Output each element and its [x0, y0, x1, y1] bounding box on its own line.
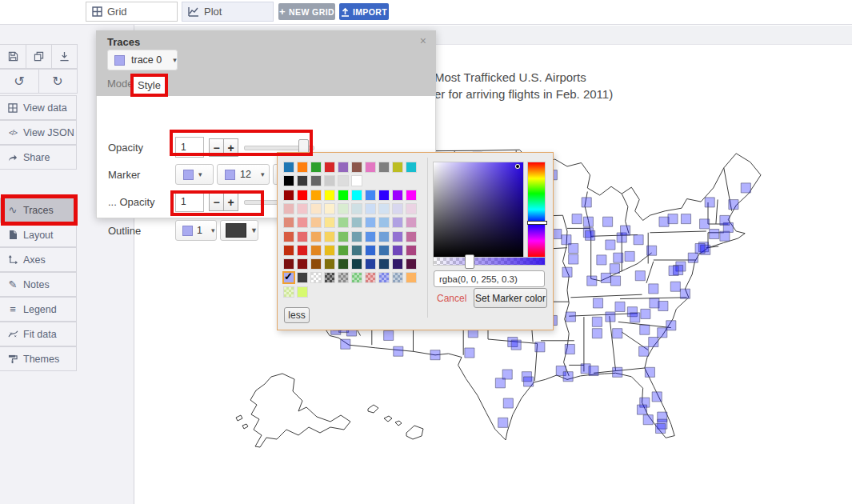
new-grid-button[interactable]: + NEW GRID	[278, 3, 335, 20]
color-swatch[interactable]	[298, 162, 307, 172]
marker-opacity-input[interactable]	[175, 191, 204, 212]
color-swatch[interactable]	[406, 259, 416, 269]
marker-opacity-decrement-button[interactable]: −	[209, 193, 224, 211]
airport-marker[interactable]	[659, 217, 669, 226]
color-swatch[interactable]	[352, 232, 362, 242]
airport-marker[interactable]	[430, 350, 440, 360]
color-swatch[interactable]	[338, 259, 348, 269]
sidebar-item-themes[interactable]: Themes	[0, 346, 77, 371]
outline-color-button[interactable]: ▼	[220, 220, 258, 241]
alpha-slider-handle[interactable]	[465, 254, 474, 269]
alpha-slider[interactable]	[434, 258, 545, 265]
opacity-increment-button[interactable]: +	[223, 138, 238, 157]
airport-marker[interactable]	[669, 266, 678, 275]
airport-marker[interactable]	[606, 312, 615, 322]
color-swatch[interactable]	[393, 232, 402, 242]
tab-mode[interactable]: Mode	[107, 78, 134, 90]
color-swatch[interactable]	[338, 218, 348, 227]
color-swatch[interactable]	[366, 273, 375, 282]
download-button[interactable]	[51, 44, 78, 69]
undo-button[interactable]: ↺	[0, 69, 39, 94]
airport-marker[interactable]	[502, 370, 512, 379]
airport-marker[interactable]	[649, 284, 658, 294]
airport-marker[interactable]	[582, 198, 591, 207]
color-swatch[interactable]	[298, 273, 307, 282]
outline-width-dropdown[interactable]: 1 ▾	[175, 220, 217, 241]
color-swatch[interactable]	[379, 218, 389, 227]
color-swatch[interactable]	[352, 259, 362, 269]
color-swatch[interactable]	[338, 273, 348, 282]
airport-marker[interactable]	[647, 246, 657, 255]
color-swatch[interactable]	[325, 273, 334, 282]
sidebar-item-axes[interactable]: Axes	[0, 247, 77, 272]
import-button[interactable]: IMPORT	[339, 3, 389, 20]
rgba-input[interactable]	[434, 270, 545, 287]
color-swatch[interactable]	[325, 218, 334, 227]
color-swatch[interactable]	[393, 162, 402, 172]
color-swatch[interactable]	[393, 273, 402, 282]
color-swatch[interactable]	[406, 273, 416, 282]
airport-marker[interactable]	[625, 251, 634, 261]
color-swatch[interactable]	[366, 232, 375, 242]
color-swatch[interactable]	[379, 190, 389, 200]
airport-marker[interactable]	[615, 302, 625, 311]
marker-opacity-increment-button[interactable]: +	[223, 193, 238, 211]
airport-marker[interactable]	[597, 255, 606, 265]
airport-marker[interactable]	[729, 200, 738, 210]
airport-marker[interactable]	[610, 276, 620, 286]
color-swatch[interactable]	[393, 190, 402, 200]
color-swatch[interactable]	[379, 246, 389, 255]
color-swatch[interactable]	[406, 190, 416, 200]
color-swatch[interactable]	[284, 246, 294, 255]
airport-marker[interactable]	[498, 418, 508, 427]
airport-marker[interactable]	[572, 214, 582, 224]
airport-marker[interactable]	[569, 243, 578, 253]
color-swatch[interactable]	[325, 232, 334, 242]
color-swatch[interactable]	[298, 287, 307, 297]
airport-marker[interactable]	[503, 398, 513, 408]
airport-marker[interactable]	[601, 273, 610, 282]
airport-marker[interactable]	[710, 229, 719, 238]
color-swatch[interactable]	[311, 246, 321, 255]
airport-marker[interactable]	[562, 267, 572, 277]
sidebar-item-share[interactable]: Share	[0, 145, 77, 170]
airport-marker[interactable]	[586, 230, 595, 240]
airport-marker[interactable]	[587, 276, 597, 286]
airport-marker[interactable]	[606, 240, 615, 250]
color-swatch[interactable]	[406, 218, 416, 227]
color-swatch[interactable]	[298, 204, 307, 214]
airport-marker[interactable]	[592, 329, 602, 338]
airport-marker[interactable]	[705, 198, 714, 207]
tab-style[interactable]: Style	[134, 74, 165, 96]
airport-marker[interactable]	[593, 298, 602, 308]
airport-marker[interactable]	[621, 226, 630, 235]
airport-marker[interactable]	[583, 217, 593, 226]
airport-marker[interactable]	[394, 346, 403, 356]
color-swatch[interactable]	[352, 190, 362, 200]
color-swatch[interactable]	[284, 162, 294, 172]
color-swatch[interactable]	[338, 162, 348, 172]
airport-marker[interactable]	[641, 309, 650, 318]
airport-marker[interactable]	[681, 214, 690, 224]
color-swatch[interactable]	[393, 204, 402, 214]
color-swatch[interactable]	[406, 246, 416, 255]
color-swatch[interactable]	[311, 176, 321, 186]
airport-marker[interactable]	[566, 312, 575, 322]
airport-marker[interactable]	[639, 346, 649, 356]
color-swatch[interactable]	[298, 190, 307, 200]
airport-marker[interactable]	[341, 339, 350, 349]
airport-marker[interactable]	[643, 415, 653, 425]
marker-size-dropdown[interactable]: 12 ▾	[217, 164, 270, 185]
airport-marker[interactable]	[589, 366, 598, 375]
color-swatch[interactable]	[298, 259, 307, 269]
airport-marker[interactable]	[614, 253, 623, 262]
color-swatch[interactable]	[379, 273, 389, 282]
airport-marker[interactable]	[670, 282, 680, 291]
color-swatch[interactable]	[406, 232, 416, 242]
color-swatch[interactable]	[311, 232, 321, 242]
airport-marker[interactable]	[569, 254, 578, 264]
close-icon[interactable]: ×	[420, 34, 426, 47]
airport-marker[interactable]	[603, 217, 613, 226]
color-swatch[interactable]	[284, 218, 294, 227]
airport-marker[interactable]	[658, 328, 667, 338]
